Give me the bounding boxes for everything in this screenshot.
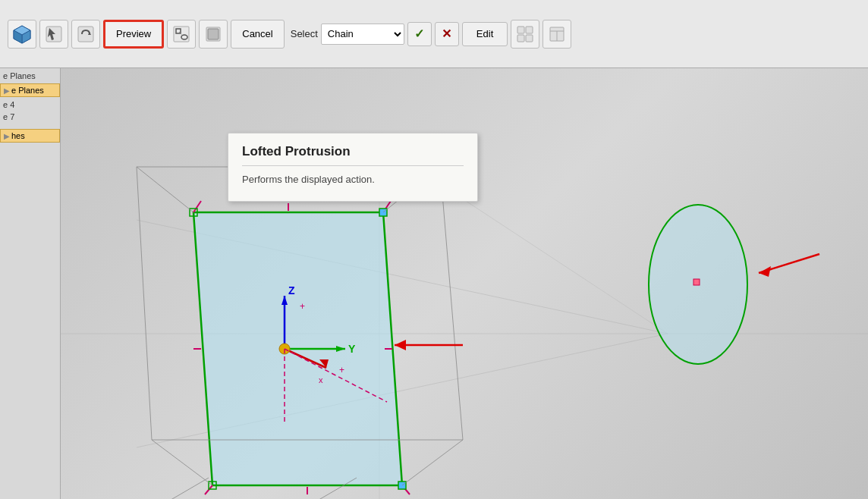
svg-line-44 bbox=[440, 167, 463, 440]
check-icon: ✓ bbox=[414, 27, 424, 41]
preview-label: Preview bbox=[116, 28, 151, 39]
tooltip-popup: Lofted Protrusion Performs the displayed… bbox=[228, 133, 478, 202]
svg-rect-64 bbox=[693, 279, 700, 285]
edit-label: Edit bbox=[476, 28, 493, 39]
canvas-area[interactable]: Z Y x + + bbox=[61, 68, 868, 499]
cube-button[interactable] bbox=[8, 20, 36, 49]
chain-dropdown[interactable]: Chain Single Loop bbox=[321, 24, 404, 45]
svg-line-41 bbox=[402, 440, 463, 485]
svg-text:+: + bbox=[339, 365, 344, 375]
svg-marker-62 bbox=[395, 340, 406, 350]
select-text: Select bbox=[291, 28, 318, 39]
svg-line-46 bbox=[137, 167, 152, 440]
cube-icon bbox=[11, 24, 33, 45]
svg-text:+: + bbox=[300, 301, 305, 312]
sidebar-hes-section[interactable]: ▶ hes bbox=[0, 129, 60, 143]
sidebar-top-label: e Planes bbox=[0, 68, 60, 82]
select-button[interactable] bbox=[39, 20, 68, 49]
sidebar-arrow-icon: ▶ bbox=[4, 86, 10, 95]
sidebar-planes-section[interactable]: ▶ e Planes bbox=[0, 83, 60, 97]
svg-rect-14 bbox=[517, 27, 524, 33]
sidebar-item-7[interactable]: e 7 bbox=[0, 111, 60, 123]
svg-rect-17 bbox=[526, 35, 533, 42]
svg-text:x: x bbox=[319, 375, 323, 384]
sidebar-hes-label: hes bbox=[11, 131, 25, 140]
toolbar: Preview Cancel Select Chain Single Loop … bbox=[0, 0, 868, 68]
sidebar-item-4-label: e 4 bbox=[3, 100, 14, 109]
multi-view-button[interactable] bbox=[511, 20, 539, 49]
edit-button[interactable]: Edit bbox=[462, 22, 508, 46]
loft-icon-button[interactable] bbox=[167, 20, 196, 49]
window-button[interactable] bbox=[542, 20, 571, 49]
sidebar-item-7-label: e 7 bbox=[3, 112, 14, 121]
sidebar: e Planes ▶ e Planes e 4 e 7 ▶ hes bbox=[0, 68, 61, 499]
reject-button[interactable]: ✕ bbox=[435, 22, 459, 46]
view-single-icon bbox=[204, 25, 222, 43]
sidebar-item-4[interactable]: e 4 bbox=[0, 99, 60, 111]
multi-view-icon bbox=[516, 25, 534, 43]
svg-rect-6 bbox=[78, 27, 93, 42]
svg-text:Y: Y bbox=[348, 343, 356, 355]
cancel-button[interactable]: Cancel bbox=[231, 20, 284, 49]
window-icon bbox=[548, 25, 566, 43]
select-arrow-icon bbox=[45, 25, 63, 43]
cancel-label: Cancel bbox=[242, 28, 272, 39]
sidebar-planes-label: e Planes bbox=[11, 86, 44, 95]
svg-rect-15 bbox=[526, 27, 533, 33]
svg-line-68 bbox=[163, 478, 209, 499]
svg-line-42 bbox=[152, 440, 212, 485]
svg-text:Z: Z bbox=[288, 284, 295, 297]
confirm-button[interactable]: ✓ bbox=[407, 22, 432, 46]
rotate-button[interactable] bbox=[71, 20, 100, 49]
tooltip-title: Lofted Protrusion bbox=[242, 144, 464, 166]
svg-rect-13 bbox=[208, 29, 219, 39]
view-single-button[interactable] bbox=[199, 20, 228, 49]
loft-icon bbox=[172, 25, 190, 43]
tooltip-description: Performs the displayed action. bbox=[242, 172, 464, 187]
sidebar-hes-arrow-icon: ▶ bbox=[4, 132, 10, 140]
svg-rect-16 bbox=[517, 35, 524, 42]
preview-button[interactable]: Preview bbox=[103, 20, 164, 49]
svg-line-39 bbox=[137, 167, 193, 212]
x-icon: ✕ bbox=[442, 27, 451, 41]
rotate-icon bbox=[77, 25, 95, 43]
